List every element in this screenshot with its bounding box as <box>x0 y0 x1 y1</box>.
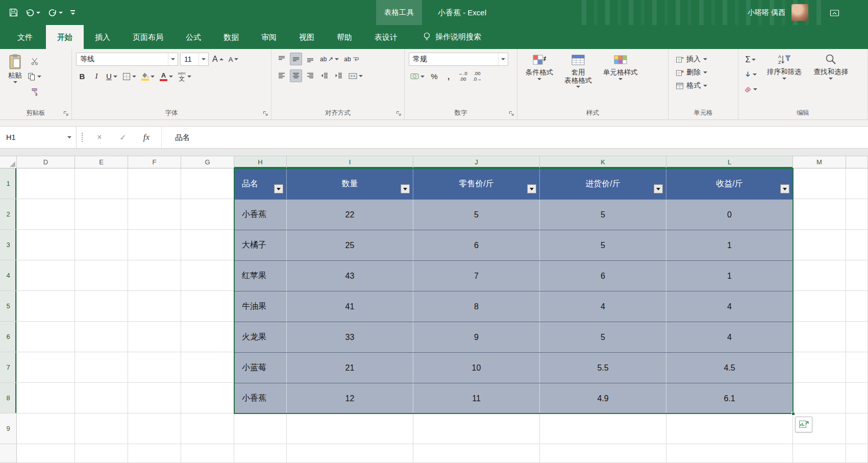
filter-button[interactable] <box>274 184 283 193</box>
grid-cell[interactable] <box>128 230 181 260</box>
column-header[interactable]: E <box>75 156 128 168</box>
format-painter-button[interactable] <box>26 85 43 98</box>
row-header[interactable]: 8 <box>0 383 17 413</box>
bold-button[interactable]: B <box>76 70 88 83</box>
table-cell[interactable]: 小香蕉 <box>234 200 287 230</box>
table-cell[interactable]: 8 <box>413 291 540 322</box>
grid-cell[interactable] <box>75 291 128 322</box>
table-cell[interactable]: 22 <box>287 200 413 230</box>
formula-content[interactable]: 品名 <box>162 127 868 148</box>
grid-cell[interactable] <box>846 413 868 444</box>
grid-cell[interactable] <box>75 413 128 444</box>
percent-style-button[interactable]: % <box>428 70 440 83</box>
grid-cell[interactable] <box>75 322 128 352</box>
ribbon-display-options-button[interactable] <box>830 8 839 17</box>
underline-button[interactable]: U <box>105 70 119 83</box>
insert-cells-button[interactable]: 插入 <box>673 53 735 66</box>
table-cell[interactable]: 41 <box>287 291 413 322</box>
grid-cell[interactable] <box>287 444 413 463</box>
table-cell[interactable]: 牛油果 <box>234 291 287 322</box>
font-name-dropdown[interactable] <box>168 53 178 65</box>
grid-cell[interactable] <box>17 444 75 463</box>
align-right-button[interactable] <box>304 69 316 82</box>
ribbon-tab[interactable]: 数据 <box>212 25 250 49</box>
ribbon-tab[interactable]: 表设计 <box>363 25 409 49</box>
font-name-combobox[interactable]: 等线 <box>76 53 178 66</box>
row-header[interactable]: 1 <box>0 168 17 199</box>
grid-cell[interactable] <box>540 444 666 463</box>
middle-align-button[interactable] <box>290 53 302 65</box>
fill-color-button[interactable] <box>140 70 156 83</box>
grid-cell[interactable] <box>413 444 540 463</box>
column-header[interactable]: I <box>287 156 413 168</box>
undo-button[interactable] <box>26 9 40 17</box>
table-cell[interactable]: 4 <box>666 322 793 352</box>
grid-cell[interactable] <box>128 291 181 322</box>
row-header[interactable]: 7 <box>0 352 17 383</box>
column-header[interactable]: D <box>17 156 75 168</box>
column-header[interactable]: K <box>540 156 666 168</box>
increase-decimal-button[interactable]: ←.0.00 <box>457 70 469 83</box>
font-size-combobox[interactable]: 11 <box>180 53 209 66</box>
filter-button[interactable] <box>401 184 410 193</box>
ribbon-tab[interactable]: 页面布局 <box>121 25 175 49</box>
table-cell[interactable]: 4 <box>540 291 666 322</box>
table-cell[interactable]: 1 <box>666 261 793 291</box>
font-dialog-launcher[interactable] <box>262 110 269 117</box>
grid-cell[interactable] <box>17 199 75 230</box>
row-header[interactable]: 2 <box>0 199 17 230</box>
column-header[interactable]: J <box>413 156 540 168</box>
table-cell[interactable]: 21 <box>287 353 413 383</box>
grid-cell[interactable] <box>846 352 868 383</box>
grid-cell[interactable] <box>413 413 540 444</box>
format-as-table-button[interactable]: 套用 表格格式 <box>560 53 596 89</box>
grid-cell[interactable] <box>181 260 234 291</box>
grid-cell[interactable] <box>128 199 181 230</box>
grid-cell[interactable] <box>234 444 287 463</box>
grid-cell[interactable] <box>128 260 181 291</box>
grid-cell[interactable] <box>17 260 75 291</box>
grid-cell[interactable] <box>793 168 846 199</box>
alignment-dialog-launcher[interactable] <box>395 110 402 117</box>
grid-cell[interactable] <box>846 168 868 199</box>
accounting-format-button[interactable] <box>409 70 426 83</box>
delete-cells-button[interactable]: 删除 <box>673 66 735 79</box>
grid-cell[interactable] <box>17 168 75 199</box>
tell-me-box[interactable]: 操作说明搜索 <box>423 25 481 49</box>
ribbon-tab[interactable]: 视图 <box>288 25 326 49</box>
increase-indent-button[interactable] <box>333 69 345 82</box>
redo-dropdown-icon[interactable] <box>59 12 63 14</box>
grid-cell[interactable] <box>181 413 234 444</box>
column-header[interactable]: F <box>128 156 181 168</box>
borders-button[interactable] <box>121 70 138 83</box>
grid-cell[interactable] <box>666 413 793 444</box>
grid-cell[interactable] <box>128 322 181 352</box>
grid-cell[interactable] <box>128 352 181 383</box>
copy-dropdown-icon[interactable] <box>37 76 41 78</box>
table-header-cell[interactable]: 零售价/斤 <box>413 168 540 199</box>
table-cell[interactable]: 4 <box>666 291 793 322</box>
grid-cell[interactable] <box>17 291 75 322</box>
column-header[interactable]: M <box>793 156 846 168</box>
table-cell[interactable]: 6 <box>540 261 666 291</box>
comma-style-button[interactable]: , <box>442 70 455 83</box>
grid-cell[interactable] <box>75 260 128 291</box>
grid-cell[interactable] <box>17 230 75 260</box>
decrease-font-size-button[interactable]: A <box>227 53 240 66</box>
grid-cell[interactable] <box>181 168 234 199</box>
grid-cell[interactable] <box>234 413 287 444</box>
cell-styles-button[interactable]: 单元格样式 <box>599 53 642 89</box>
ribbon-tab[interactable]: 公式 <box>175 25 212 49</box>
filter-button[interactable] <box>654 184 663 193</box>
phonetic-guide-button[interactable]: wén 文 <box>177 70 193 83</box>
column-header[interactable]: L <box>666 156 793 168</box>
grid-cell[interactable] <box>793 260 846 291</box>
number-format-dropdown[interactable] <box>498 53 508 65</box>
decrease-decimal-button[interactable]: .00.0→ <box>471 70 483 83</box>
table-cell[interactable]: 小香蕉 <box>234 383 287 413</box>
grid-cell[interactable] <box>75 383 128 413</box>
orientation-button[interactable]: ab <box>318 53 340 65</box>
table-cell[interactable]: 6 <box>413 230 540 260</box>
align-left-button[interactable] <box>276 69 288 82</box>
insert-function-button[interactable]: fx <box>135 132 158 142</box>
